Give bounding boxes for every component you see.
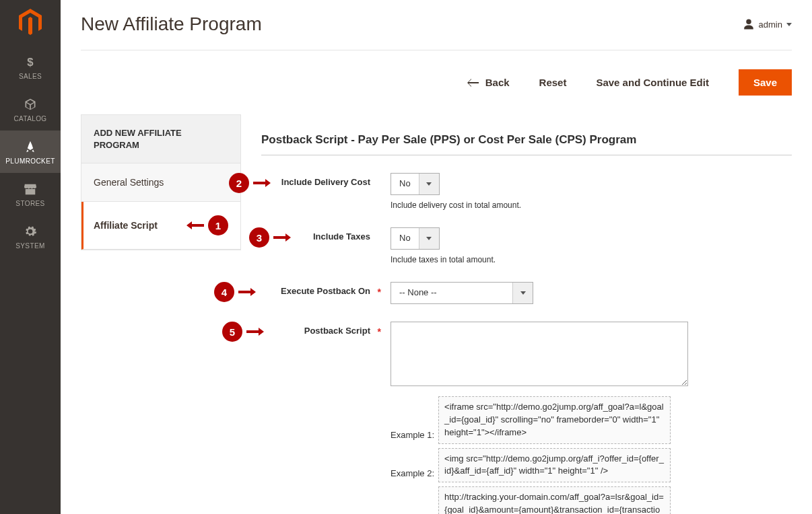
select-include-taxes[interactable]: No xyxy=(391,227,440,250)
row-execute-postback: 4 Execute Postback On* -- None -- xyxy=(261,282,792,304)
user-menu[interactable]: admin xyxy=(743,18,792,30)
main-content: New Affiliate Program admin Back Reset S… xyxy=(61,0,812,514)
sidebar-item-sales[interactable]: $ SALES xyxy=(0,46,61,88)
select-value: No xyxy=(391,228,419,249)
label-include-delivery: Include Delivery Cost xyxy=(261,173,376,188)
page-title: New Affiliate Program xyxy=(81,13,262,35)
back-button[interactable]: Back xyxy=(467,77,510,88)
tab-affiliate-script[interactable]: Affiliate Script 1 xyxy=(81,202,240,250)
sidebar-item-catalog[interactable]: CATALOG xyxy=(0,88,61,131)
row-include-taxes: 3 Include Taxes No Include taxes in tota… xyxy=(261,227,792,264)
save-continue-button[interactable]: Save and Continue Edit xyxy=(596,77,709,88)
script-examples: Example 1: <iframe src="http://demo.go2j… xyxy=(391,396,792,514)
example-code: http://tracking.your-domain.com/aff_goal… xyxy=(438,486,671,514)
tab-label: General Settings xyxy=(94,177,164,188)
example-code: <iframe src="http://demo.go2jump.org/aff… xyxy=(438,396,671,444)
select-execute-postback[interactable]: -- None -- xyxy=(391,282,533,304)
required-asterisk: * xyxy=(378,286,381,298)
label-execute-postback: Execute Postback On* xyxy=(261,282,376,297)
callout-badge: 4 xyxy=(214,282,234,302)
callout-4: 4 xyxy=(214,282,256,302)
required-asterisk: * xyxy=(378,326,381,338)
hint-include-delivery: Include delivery cost in total amount. xyxy=(391,200,792,210)
row-postback-script: 5 Postback Script* Example 1: <iframe sr… xyxy=(261,322,792,514)
form-area: Postback Script - Pay Per Sale (PPS) or … xyxy=(261,114,792,514)
arrow-left-icon xyxy=(467,78,479,87)
reset-button[interactable]: Reset xyxy=(539,77,567,88)
sidebar-label: SALES xyxy=(19,73,42,80)
rocket-icon xyxy=(24,140,37,153)
svg-text:$: $ xyxy=(27,56,34,69)
arrow-right-icon xyxy=(238,287,256,297)
select-value: No xyxy=(391,174,419,194)
sidebar-item-system[interactable]: SYSTEM xyxy=(0,215,61,258)
form-tabs-panel: ADD NEW AFFILIATE PROGRAM General Settin… xyxy=(81,114,241,250)
chevron-down-icon xyxy=(419,174,439,194)
example-row-3: Example 3: http://tracking.your-domain.c… xyxy=(391,486,792,514)
callout-badge: 1 xyxy=(208,215,228,235)
section-title: Postback Script - Pay Per Sale (PPS) or … xyxy=(261,133,792,155)
example-row-1: Example 1: <iframe src="http://demo.go2j… xyxy=(391,396,792,444)
gear-icon xyxy=(24,225,37,238)
callout-5: 5 xyxy=(222,322,264,342)
callout-1: 1 xyxy=(187,215,228,235)
dollar-icon: $ xyxy=(24,55,37,69)
callout-badge: 5 xyxy=(222,322,242,342)
sidebar-label: PLUMROCKET xyxy=(5,157,55,165)
example-code: <img src="http://demo.go2jump.org/aff_i?… xyxy=(438,448,671,483)
cube-icon xyxy=(24,98,37,111)
user-label: admin xyxy=(759,20,782,30)
chevron-down-icon xyxy=(786,23,792,26)
user-icon xyxy=(743,18,755,30)
sidebar-item-plumrocket[interactable]: PLUMROCKET xyxy=(0,131,61,173)
hint-include-taxes: Include taxes in total amount. xyxy=(391,255,792,264)
back-label: Back xyxy=(485,77,510,88)
tab-general-settings[interactable]: General Settings xyxy=(81,163,240,202)
label-include-taxes: Include Taxes xyxy=(261,227,376,243)
sidebar-label: CATALOG xyxy=(13,115,46,122)
magento-logo xyxy=(18,8,42,36)
sidebar-label: STORES xyxy=(15,200,44,207)
tab-label: Affiliate Script xyxy=(94,220,158,231)
example-row-2: Example 2: <img src="http://demo.go2jump… xyxy=(391,448,792,483)
select-include-delivery[interactable]: No xyxy=(391,173,440,195)
admin-sidebar: $ SALES CATALOG PLUMROCKET STORES SYSTEM xyxy=(0,0,61,514)
save-button[interactable]: Save xyxy=(739,69,792,96)
action-bar: Back Reset Save and Continue Edit Save xyxy=(81,50,792,114)
row-include-delivery: 2 Include Delivery Cost No Include deliv… xyxy=(261,173,792,210)
example-label: Example 2: xyxy=(391,468,434,482)
chevron-down-icon xyxy=(419,228,439,249)
store-icon xyxy=(23,182,38,196)
chevron-down-icon xyxy=(512,283,533,303)
example-label: Example 1: xyxy=(391,430,434,444)
callout-badge: 2 xyxy=(229,173,249,193)
label-postback-script: Postback Script* xyxy=(261,322,376,337)
textarea-postback-script[interactable] xyxy=(391,322,688,386)
sidebar-item-stores[interactable]: STORES xyxy=(0,173,61,215)
form-tabs-header: ADD NEW AFFILIATE PROGRAM xyxy=(81,115,240,163)
select-value: -- None -- xyxy=(391,283,512,303)
sidebar-label: SYSTEM xyxy=(15,242,45,250)
arrow-left-icon xyxy=(187,221,204,230)
